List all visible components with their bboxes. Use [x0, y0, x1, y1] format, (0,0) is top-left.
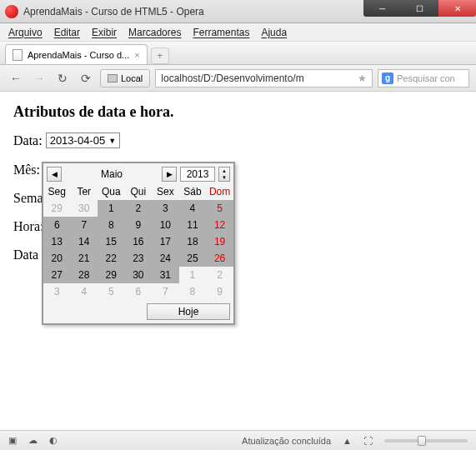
cal-next-button[interactable]: ▶: [162, 167, 177, 182]
cal-day[interactable]: 29: [43, 200, 71, 217]
cal-year-spinner[interactable]: ▲▼: [218, 167, 230, 182]
cal-day[interactable]: 10: [152, 217, 179, 233]
cal-day[interactable]: 11: [179, 217, 207, 233]
cal-day[interactable]: 22: [98, 250, 125, 267]
opera-icon: [5, 5, 18, 18]
page-content: Atributos de data e hora. Data: 2013-04-…: [0, 92, 476, 288]
cal-day[interactable]: 4: [71, 283, 98, 300]
cal-day[interactable]: 9: [125, 217, 152, 233]
cal-day[interactable]: 24: [152, 250, 179, 267]
cal-day[interactable]: 7: [71, 217, 98, 233]
cal-day[interactable]: 8: [179, 283, 207, 300]
menu-exibir[interactable]: Exibir: [92, 27, 117, 38]
titlebar: AprendaMais - Curso de HTML5 - Opera ─ ☐…: [0, 0, 476, 23]
menu-ajuda[interactable]: Ajuda: [261, 27, 287, 38]
cal-day[interactable]: 23: [125, 250, 152, 267]
back-button[interactable]: ←: [7, 69, 25, 88]
menubar: Arquivo Editar Exibir Marcadores Ferrame…: [0, 23, 476, 42]
cal-today-button[interactable]: Hoje: [147, 303, 230, 320]
cal-day[interactable]: 15: [98, 233, 125, 250]
cal-day[interactable]: 20: [43, 250, 71, 267]
cal-day[interactable]: 21: [71, 250, 98, 267]
cal-weekday: Sáb: [179, 183, 207, 200]
status-text: Atualização concluída: [242, 436, 331, 446]
new-tab-button[interactable]: +: [151, 48, 169, 64]
cal-day[interactable]: 7: [152, 283, 179, 300]
cal-day[interactable]: 17: [152, 233, 179, 250]
time-label: Hora:: [13, 219, 43, 234]
cal-weekday: Qua: [98, 183, 125, 200]
cal-day[interactable]: 1: [179, 267, 207, 283]
cal-weekday: Ter: [71, 183, 98, 200]
cal-day[interactable]: 5: [206, 200, 233, 217]
cal-day[interactable]: 16: [125, 233, 152, 250]
menu-arquivo[interactable]: Arquivo: [8, 27, 43, 38]
hdd-icon: [108, 74, 118, 82]
cal-day[interactable]: 6: [43, 217, 71, 233]
cal-day[interactable]: 30: [71, 200, 98, 217]
document-icon: [13, 49, 23, 61]
cal-day[interactable]: 29: [98, 267, 125, 283]
menu-editar[interactable]: Editar: [54, 27, 80, 38]
address-bar: ← → ↻ ⟳ Local localhost/D:/Desenvolvimen…: [0, 65, 476, 92]
cal-day[interactable]: 3: [152, 200, 179, 217]
cal-weekday: Dom: [206, 183, 233, 200]
sync-icon[interactable]: ◐: [49, 435, 58, 446]
cal-day[interactable]: 28: [71, 267, 98, 283]
chevron-up-icon[interactable]: ▲: [343, 436, 352, 446]
cal-day[interactable]: 3: [43, 283, 71, 300]
tab-close-icon[interactable]: ×: [134, 50, 139, 60]
cal-day[interactable]: 27: [43, 267, 71, 283]
panel-icon[interactable]: ▣: [8, 435, 17, 446]
datetime-label: Data: [13, 248, 38, 262]
cal-day[interactable]: 2: [125, 200, 152, 217]
google-icon: g: [382, 72, 393, 84]
cal-weekday: Sex: [152, 183, 179, 200]
cal-day[interactable]: 2: [206, 267, 233, 283]
local-button[interactable]: Local: [100, 69, 150, 88]
zoom-thumb[interactable]: [418, 436, 426, 446]
search-field[interactable]: g Pesquisar con: [378, 69, 469, 88]
cal-day[interactable]: 13: [43, 233, 71, 250]
home-button[interactable]: ⟳: [77, 69, 95, 88]
cal-day[interactable]: 14: [71, 233, 98, 250]
cal-day[interactable]: 5: [98, 283, 125, 300]
cal-year-input[interactable]: [180, 167, 215, 182]
tab-active[interactable]: AprendaMais - Curso d... ×: [5, 44, 148, 64]
cal-day[interactable]: 6: [125, 283, 152, 300]
menu-marcadores[interactable]: Marcadores: [128, 27, 181, 38]
url-field[interactable]: localhost/D:/Desenvolvimento/m ★: [155, 69, 373, 88]
cal-weekday: Qui: [125, 183, 152, 200]
bookmark-star-icon[interactable]: ★: [358, 72, 367, 84]
cal-day[interactable]: 8: [98, 217, 125, 233]
cal-prev-button[interactable]: ◀: [47, 167, 62, 182]
reload-button[interactable]: ↻: [53, 69, 72, 88]
cal-day[interactable]: 25: [179, 250, 207, 267]
search-placeholder: Pesquisar con: [397, 73, 455, 83]
close-button[interactable]: ✕: [438, 0, 476, 17]
fit-icon[interactable]: ⛶: [363, 436, 373, 446]
window-title: AprendaMais - Curso de HTML5 - Opera: [23, 6, 204, 18]
cal-day[interactable]: 30: [125, 267, 152, 283]
cal-day[interactable]: 4: [179, 200, 207, 217]
calendar-popup: ◀ Maio ▶ ▲▼ SegTerQuaQuiSexSábDom2930123…: [42, 162, 235, 325]
maximize-button[interactable]: ☐: [401, 0, 438, 17]
url-text: localhost/D:/Desenvolvimento/m: [161, 72, 303, 84]
menu-ferramentas[interactable]: Ferramentas: [193, 27, 249, 38]
cal-day[interactable]: 18: [179, 233, 207, 250]
date-input[interactable]: 2013-04-05 ▼: [46, 132, 120, 148]
cal-day[interactable]: 19: [206, 233, 233, 250]
cal-day[interactable]: 1: [98, 200, 125, 217]
cal-day[interactable]: 26: [206, 250, 233, 267]
page-heading: Atributos de data e hora.: [13, 103, 463, 121]
forward-button[interactable]: →: [30, 69, 48, 88]
minimize-button[interactable]: ─: [363, 0, 401, 17]
cloud-icon[interactable]: ☁: [28, 435, 38, 446]
cal-day[interactable]: 9: [206, 283, 233, 300]
cal-day[interactable]: 12: [206, 217, 233, 233]
cal-day[interactable]: 31: [152, 267, 179, 283]
tabbar: AprendaMais - Curso d... × +: [0, 42, 476, 65]
local-label: Local: [121, 73, 143, 83]
zoom-slider[interactable]: [384, 439, 468, 442]
week-label: Sema: [13, 191, 43, 206]
